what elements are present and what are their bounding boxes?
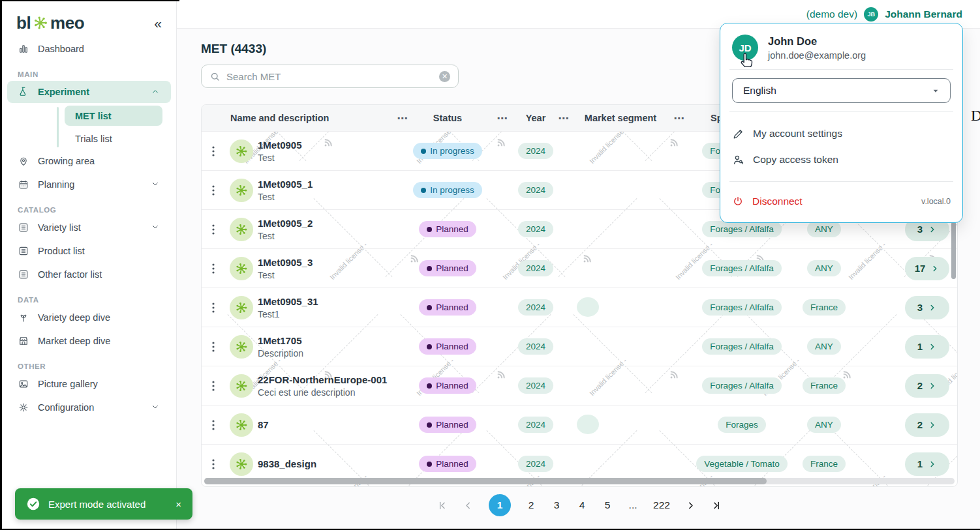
page-number-4[interactable]: 4 [577, 499, 587, 511]
topbar-avatar[interactable]: JB [864, 7, 878, 22]
sidebar-nav: DashboardMAINExperimentMET listTrials li… [2, 38, 176, 419]
page-prev-icon[interactable] [463, 500, 474, 511]
met-name[interactable]: 22FOR-NorthernEurope-001 [258, 374, 396, 385]
met-flower-icon [234, 418, 249, 432]
row-menu-kebab-icon[interactable] [202, 379, 225, 392]
row-menu-kebab-icon[interactable] [202, 262, 225, 275]
table-row[interactable]: 9838_designPlanned2024Vegetable / Tomato… [202, 444, 957, 483]
met-icon [230, 140, 253, 163]
pagination: 12345...222 [201, 494, 958, 516]
met-name[interactable]: 1Met0905_3 [258, 257, 396, 268]
column-menu-icon[interactable]: ⋯ [486, 112, 519, 125]
copy-token-label: Copy access token [753, 154, 838, 166]
search-box[interactable]: ✕ [201, 65, 459, 88]
sidebar-subitem-trials-list[interactable]: Trials list [65, 128, 162, 149]
species-badge: Forages / Alfalfa [702, 260, 782, 276]
met-flower-icon [234, 379, 249, 393]
disconnect-button[interactable]: Disconnect [752, 196, 803, 207]
topbar-user-name[interactable]: Johann Bernard [885, 8, 962, 20]
met-icon [230, 179, 253, 202]
table-row[interactable]: 1Met0905_31Test1Planned2024Forages / Alf… [202, 287, 957, 327]
trials-count-button[interactable]: 17 [905, 257, 949, 280]
chevron-right-icon [928, 460, 937, 469]
page-number-5[interactable]: 5 [602, 499, 613, 511]
power-icon[interactable] [732, 196, 744, 207]
year-badge: 2024 [518, 182, 553, 198]
sidebar-item-planning[interactable]: Planning [7, 173, 171, 196]
clear-search-icon[interactable]: ✕ [439, 71, 450, 82]
sidebar-item-picture-gallery[interactable]: Picture gallery [7, 373, 171, 395]
met-description: Ceci est une description [258, 387, 396, 398]
page-first-icon[interactable] [436, 500, 448, 511]
sidebar-item-variety-list[interactable]: Variety list [7, 216, 171, 239]
sidebar-collapse-icon[interactable]: « [154, 16, 162, 30]
row-menu-kebab-icon[interactable] [202, 419, 225, 432]
sidebar-item-growing-area[interactable]: Growing area [7, 150, 171, 172]
user-avatar[interactable]: JD [732, 35, 758, 61]
divider [729, 111, 953, 112]
sidebar-item-configuration[interactable]: Configuration [7, 396, 171, 419]
toast-close-icon[interactable]: × [176, 499, 181, 510]
met-icon [230, 452, 253, 476]
sidebar-item-label: Planning [38, 179, 142, 190]
met-description: Test [258, 153, 396, 163]
column-menu-icon[interactable]: ⋯ [553, 112, 575, 125]
table-row[interactable]: 22FOR-NorthernEurope-001Ceci est une des… [202, 366, 957, 405]
horizontal-scrollbar-thumb[interactable] [204, 478, 767, 484]
trials-count-button[interactable]: 1 [905, 335, 949, 359]
trials-count-button[interactable]: 1 [905, 452, 949, 476]
sidebar-subitem-met-list[interactable]: MET list [65, 106, 162, 126]
met-name[interactable]: 9838_design [258, 458, 396, 469]
horizontal-scrollbar-track[interactable] [204, 478, 955, 484]
row-menu-kebab-icon[interactable] [202, 223, 225, 236]
sidebar-item-label: Experiment [38, 87, 142, 97]
page-number-1[interactable]: 1 [489, 494, 511, 516]
row-menu-kebab-icon[interactable] [202, 145, 225, 158]
column-menu-icon[interactable]: ⋯ [666, 112, 692, 125]
account-settings-item[interactable]: My account settings [732, 121, 951, 147]
table-row[interactable]: 1Met1705DescriptionPlanned2024Forages / … [202, 327, 957, 366]
column-menu-icon[interactable]: ⋯ [396, 112, 409, 125]
met-name[interactable]: 1Met1705 [258, 335, 396, 346]
row-menu-kebab-icon[interactable] [202, 301, 225, 314]
chevron-right-icon [928, 381, 937, 390]
table-row[interactable]: 1Met0905_3TestPlanned2024Forages / Alfal… [202, 248, 957, 287]
page-last-icon[interactable] [711, 500, 722, 511]
list-icon [18, 222, 29, 233]
row-menu-kebab-icon[interactable] [202, 184, 225, 197]
sidebar-item-variety-deep-dive[interactable]: Variety deep dive [7, 306, 171, 329]
met-flower-icon [234, 261, 249, 276]
table-row[interactable]: 87Planned2024ForagesANY2 [202, 405, 957, 444]
met-name[interactable]: 1Met0905_2 [258, 218, 396, 229]
met-name[interactable]: 1Met0905_31 [258, 296, 396, 307]
sidebar: bl meo « DashboardMAINExperimentMET list… [2, 0, 177, 529]
species-badge: Forages / Alfalfa [702, 221, 782, 237]
chevron-right-icon [930, 264, 940, 273]
row-menu-kebab-icon[interactable] [202, 458, 225, 471]
sidebar-item-market-deep-dive[interactable]: Market deep dive [7, 330, 171, 352]
sidebar-item-product-list[interactable]: Product list [7, 240, 171, 262]
status-badge: Planned [419, 260, 476, 276]
met-name[interactable]: 87 [258, 419, 396, 430]
trials-count-button[interactable]: 2 [905, 374, 949, 398]
vertical-scrollbar[interactable] [951, 222, 956, 279]
language-select[interactable]: English [732, 78, 951, 103]
met-name[interactable]: 1Met0905_1 [258, 179, 396, 190]
sidebar-item-dashboard[interactable]: Dashboard [7, 38, 171, 60]
species-badge: Forages [718, 417, 766, 433]
market-badge: ANY [807, 260, 841, 276]
copy-token-item[interactable]: Copy access token [732, 147, 951, 173]
trials-count-button[interactable]: 2 [905, 413, 949, 437]
page-next-icon[interactable] [685, 500, 696, 511]
page-number-3[interactable]: 3 [551, 499, 562, 511]
chevron-right-icon [928, 303, 937, 312]
page-number-222[interactable]: 222 [653, 499, 670, 511]
chev-down-icon [150, 179, 161, 189]
sidebar-item-other-factor-list[interactable]: Other factor list [7, 263, 171, 286]
met-name[interactable]: 1Met0905 [258, 140, 396, 151]
row-menu-kebab-icon[interactable] [202, 340, 225, 353]
trials-count-button[interactable]: 3 [905, 296, 949, 319]
sidebar-item-experiment[interactable]: Experiment [7, 81, 171, 103]
search-input[interactable] [226, 71, 433, 82]
page-number-2[interactable]: 2 [526, 499, 536, 511]
